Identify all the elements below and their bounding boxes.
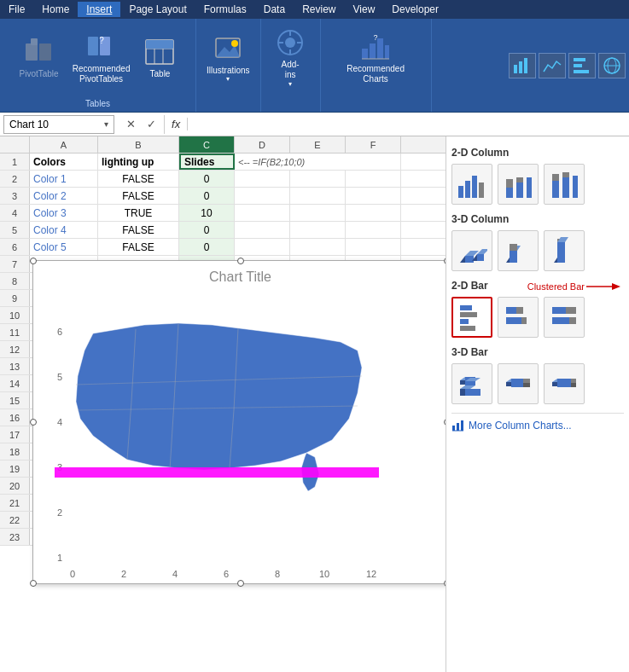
svg-rect-101	[523, 379, 530, 383]
cell-f2[interactable]	[346, 171, 401, 187]
menu-file[interactable]: File	[0, 2, 33, 17]
cell-c3[interactable]: 0	[179, 188, 235, 204]
cell-f4[interactable]	[346, 205, 401, 221]
svg-rect-54	[506, 179, 513, 188]
chart-handle-tl[interactable]	[30, 258, 37, 264]
svg-rect-111	[452, 426, 455, 431]
2d-col-clustered-btn[interactable]	[451, 164, 492, 205]
chart-container[interactable]: Chart Title 6 5 4 3 2 1 0 2 4 6 8 10 12	[32, 260, 446, 584]
menu-view[interactable]: View	[345, 2, 384, 17]
cell-a2[interactable]: Color 1	[30, 171, 98, 187]
cell-a4[interactable]: Color 3	[30, 205, 98, 221]
cell-d4[interactable]	[235, 205, 290, 221]
chart-handle-br[interactable]	[444, 580, 446, 587]
menu-insert[interactable]: Insert	[78, 2, 120, 17]
recommended-charts-button[interactable]: ? RecommendedCharts	[341, 28, 410, 88]
cell-e6[interactable]	[290, 239, 346, 255]
chart-handle-tr[interactable]	[444, 258, 446, 264]
ribbon-col-chart-btn[interactable]	[509, 53, 536, 78]
illustrations-button[interactable]: Illustrations ▾	[201, 30, 255, 86]
row-num-11: 11	[0, 324, 30, 340]
col-header-d[interactable]: D	[235, 136, 290, 153]
col-header-b[interactable]: B	[98, 136, 179, 153]
cell-f5[interactable]	[346, 222, 401, 238]
2d-bar-clustered-btn[interactable]	[451, 297, 492, 338]
cell-c5[interactable]: 0	[179, 222, 235, 238]
table-button[interactable]: Table	[138, 33, 181, 82]
recommended-charts-icon: ?	[360, 32, 391, 62]
2d-bar-stacked-btn[interactable]	[498, 297, 539, 338]
svg-text:6: 6	[57, 327, 62, 337]
cell-e4[interactable]	[290, 205, 346, 221]
cell-d6[interactable]	[235, 239, 290, 255]
cell-c4[interactable]: 10	[179, 205, 235, 221]
cell-c2[interactable]: 0	[179, 171, 235, 187]
ribbon-bar-chart-btn[interactable]	[568, 53, 596, 78]
col-header-e[interactable]: E	[290, 136, 346, 153]
3d-col-100-btn[interactable]	[544, 230, 585, 271]
cell-d1[interactable]: <-- =IF(B2;10;0)	[235, 154, 401, 170]
cell-d2[interactable]	[235, 171, 290, 187]
svg-point-13	[231, 40, 238, 47]
3d-bar-clustered-btn[interactable]	[451, 363, 492, 404]
chart-handle-ml[interactable]	[30, 419, 37, 426]
confirm-formula-icon[interactable]: ✓	[142, 115, 160, 134]
cell-e5[interactable]	[290, 222, 346, 238]
chart-handle-mr[interactable]	[444, 419, 446, 426]
cancel-formula-icon[interactable]: ✕	[121, 115, 140, 134]
name-box-arrow[interactable]: ▾	[104, 119, 108, 129]
cell-d5[interactable]	[235, 222, 290, 238]
cell-a3[interactable]: Color 2	[30, 188, 98, 204]
2d-col-stacked-btn[interactable]	[498, 164, 539, 205]
svg-rect-60	[562, 177, 569, 198]
svg-rect-109	[557, 383, 571, 387]
menu-developer[interactable]: Developer	[383, 2, 447, 17]
3d-col-clustered-btn[interactable]	[451, 230, 492, 271]
menu-formulas[interactable]: Formulas	[195, 2, 255, 17]
col-header-c[interactable]: C	[179, 136, 235, 153]
cell-f3[interactable]	[346, 188, 401, 204]
cell-c6[interactable]: 0	[179, 239, 235, 255]
cell-b6[interactable]: FALSE	[98, 239, 179, 255]
cell-b4[interactable]: TRUE	[98, 205, 179, 221]
ribbon-line-chart-btn[interactable]	[539, 53, 566, 78]
recommended-pivot-button[interactable]: ? RecommendedPivotTables	[67, 28, 136, 88]
cell-a1[interactable]: Colors	[30, 154, 98, 170]
menu-review[interactable]: Review	[294, 2, 344, 17]
cell-b5[interactable]: FALSE	[98, 222, 179, 238]
pivot-table-button[interactable]: PivotTable	[15, 33, 64, 82]
2d-col-100-btn[interactable]	[544, 164, 585, 205]
ribbon-globe-btn[interactable]	[598, 53, 626, 78]
cell-f6[interactable]	[346, 239, 401, 255]
menu-data[interactable]: Data	[255, 2, 294, 17]
3d-bar-100-btn[interactable]	[544, 363, 585, 404]
cell-b1[interactable]: lighting up	[98, 154, 179, 170]
more-column-charts-link[interactable]: More Column Charts...	[451, 419, 624, 432]
col-header-a[interactable]: A	[30, 136, 98, 153]
cell-a5[interactable]: Color 4	[30, 222, 98, 238]
col-chart-icon	[513, 56, 532, 75]
chart-handle-bl[interactable]	[30, 580, 37, 587]
menu-home[interactable]: Home	[33, 2, 78, 17]
col-header-f[interactable]: F	[346, 136, 401, 153]
cell-e2[interactable]	[290, 171, 346, 187]
cell-d3[interactable]	[235, 188, 290, 204]
name-box[interactable]: Chart 10 ▾	[3, 115, 114, 134]
svg-text:4: 4	[57, 417, 62, 427]
cell-e3[interactable]	[290, 188, 346, 204]
2d-col-stacked-icon	[503, 169, 533, 200]
cell-b3[interactable]: FALSE	[98, 188, 179, 204]
addins-button[interactable]: Add-ins ▾	[269, 24, 312, 91]
chart-handle-bc[interactable]	[237, 580, 244, 587]
svg-rect-55	[516, 182, 523, 198]
3d-col-stacked-btn[interactable]	[498, 230, 539, 271]
2d-bar-100-btn[interactable]	[544, 297, 585, 338]
cell-a6[interactable]: Color 5	[30, 239, 98, 255]
3d-bar-stacked-btn[interactable]	[498, 363, 539, 404]
chart-handle-tc[interactable]	[237, 258, 244, 264]
cell-c1[interactable]: Slides	[179, 154, 235, 170]
addins-arrow: ▾	[288, 80, 292, 88]
cell-b2[interactable]: FALSE	[98, 171, 179, 187]
menu-page-layout[interactable]: Page Layout	[120, 2, 195, 17]
svg-rect-110	[571, 383, 576, 387]
